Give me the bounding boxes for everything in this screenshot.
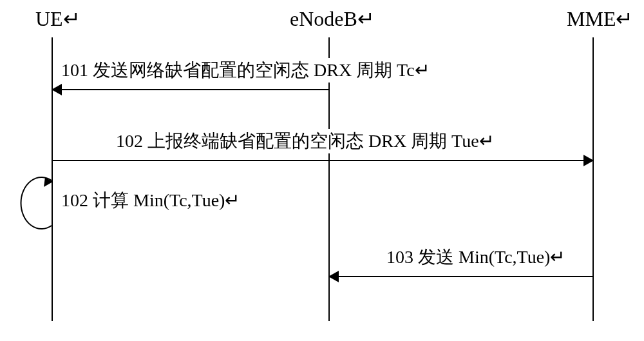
msg-101-label: 101 发送网络缺省配置的空闲态 DRX 周期 Tc↵ (61, 58, 430, 83)
actor-enodeb: eNodeB↵ (290, 6, 375, 31)
msg-102-report-text: 102 上报终端缺省配置的空闲态 DRX 周期 Tue (116, 131, 479, 151)
actor-ue: UE↵ (35, 6, 80, 31)
eol-mark: ↵ (616, 7, 633, 30)
eol-mark: ↵ (415, 60, 430, 80)
arrow-head-icon (52, 84, 62, 95)
msg-103-label: 103 发送 Min(Tc,Tue)↵ (386, 245, 565, 269)
msg-103-arrow (330, 276, 592, 277)
arrow-head-icon (583, 155, 594, 166)
lifeline-mme (592, 37, 594, 321)
msg-102-report-label: 102 上报终端缺省配置的空闲态 DRX 周期 Tue↵ (116, 129, 494, 153)
msg-101-arrow (53, 89, 328, 90)
msg-102-calc-label: 102 计算 Min(Tc,Tue)↵ (61, 188, 240, 213)
eol-mark: ↵ (550, 247, 565, 267)
sequence-diagram: UE↵ eNodeB↵ MME↵ 101 发送网络缺省配置的空闲态 DRX 周期… (13, 6, 631, 329)
actor-ue-label: UE (35, 7, 63, 30)
actor-mme-label: MME (567, 7, 616, 30)
msg-102-report-arrow (53, 160, 592, 161)
actor-enodeb-label: eNodeB (290, 7, 357, 30)
eol-mark: ↵ (479, 131, 494, 151)
eol-mark: ↵ (225, 190, 240, 210)
msg-103-text: 103 发送 Min(Tc,Tue) (386, 247, 550, 267)
eol-mark: ↵ (63, 7, 80, 30)
eol-mark: ↵ (357, 7, 375, 30)
self-loop-icon (13, 174, 58, 239)
msg-101-text: 101 发送网络缺省配置的空闲态 DRX 周期 Tc (61, 60, 415, 80)
actor-mme: MME↵ (567, 6, 633, 31)
self-loop-ue (13, 174, 58, 243)
arrow-head-icon (328, 271, 339, 282)
msg-102-calc-text: 102 计算 Min(Tc,Tue) (61, 190, 225, 210)
